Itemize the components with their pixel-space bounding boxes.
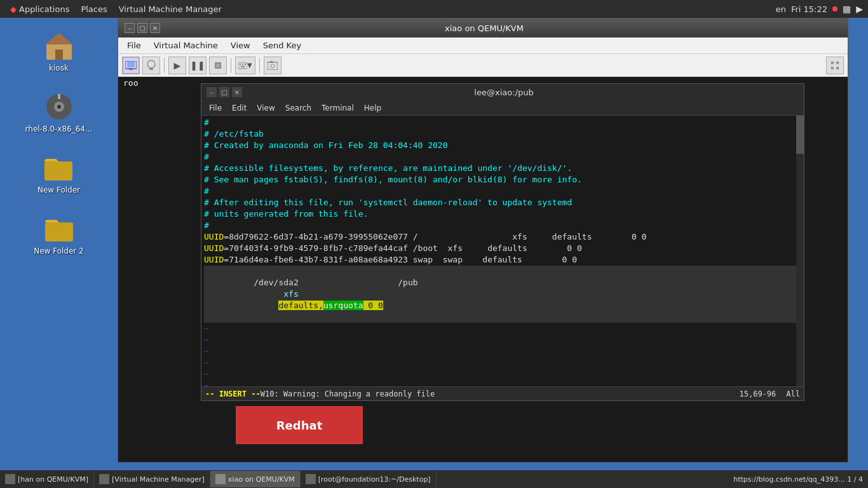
qemu-menu-view[interactable]: View — [224, 39, 257, 51]
toolbar-monitor-btn[interactable] — [122, 57, 140, 74]
home-icon — [44, 30, 74, 61]
svg-rect-8 — [45, 222, 73, 241]
inner-menu-file[interactable]: File — [204, 102, 227, 114]
applications-label: Applications — [19, 4, 69, 14]
toolbar-sendkey-dropdown[interactable]: ▼ — [235, 57, 255, 74]
svg-point-12 — [147, 60, 155, 68]
qemu-content[interactable]: roo – □ ✕ lee@xiao:/pub File Edit View S… — [118, 77, 848, 462]
taskbar-item-virt-manager[interactable]: [Virtual Machine Manager] — [94, 471, 210, 487]
qemu-close-btn[interactable]: ✕ — [150, 23, 160, 33]
vim-scrollbar[interactable] — [796, 116, 804, 386]
vim-line-12: UUID=70f403f4-9fb9-4579-8fb7-c789efa44ca… — [204, 243, 801, 254]
toolbar-bulb-btn[interactable] — [142, 57, 160, 74]
places-menu[interactable]: Places — [76, 3, 112, 15]
vim-tilde-2: ~ — [204, 334, 801, 346]
svg-rect-17 — [240, 64, 241, 65]
vim-tilde-6: ~ — [204, 380, 801, 386]
inner-menu-view[interactable]: View — [252, 102, 280, 114]
vim-statusbar: -- INSERT -- W10: Warning: Changing a re… — [201, 386, 804, 400]
toolbar-scale-btn[interactable] — [826, 57, 844, 74]
svg-rect-15 — [216, 64, 220, 67]
toolbar-screenshot-btn[interactable] — [264, 57, 281, 74]
toolbar-sep-2 — [231, 58, 231, 73]
rhel-label: rhel-8.0-x86_64... — [25, 125, 93, 133]
qemu-menu-file[interactable]: File — [121, 39, 147, 51]
pause-icon: ❚❚ — [190, 60, 205, 71]
qemu-win-controls: – □ ✕ — [123, 23, 160, 33]
svg-rect-10 — [129, 69, 133, 70]
inner-menu-help[interactable]: Help — [359, 102, 386, 114]
taskbar-han-label: [han on QEMU/KVM] — [18, 475, 88, 484]
taskbar-item-root[interactable]: [root@foundation13:~/Desktop] — [301, 471, 437, 487]
vim-editor[interactable]: # # /etc/fstab # Created by anaconda on … — [201, 116, 804, 386]
svg-marker-28 — [831, 62, 834, 65]
desktop-icon-kiosk[interactable]: kiosk — [44, 30, 74, 72]
taskbar-item-xiao[interactable]: xiao on QEMU/KVM — [210, 471, 301, 487]
roo-text: roo — [123, 78, 138, 88]
applications-menu[interactable]: ◆ Applications — [5, 3, 74, 15]
bottom-partial: Redhat — [236, 406, 363, 444]
inner-menubar: File Edit View Search Terminal Help — [201, 100, 804, 116]
taskbar: [han on QEMU/KVM] [Virtual Machine Manag… — [0, 470, 868, 488]
vim-tilde-5: ~ — [204, 369, 801, 380]
vim-line-8: # After editing this file, run 'systemct… — [204, 197, 801, 208]
inner-terminal-title: lee@xiao:/pub — [242, 88, 766, 97]
vim-tilde-3: ~ — [204, 346, 801, 357]
top-bar-left: ◆ Applications Places Virtual Machine Ma… — [5, 3, 227, 15]
taskbar-virt-label: [Virtual Machine Manager] — [112, 475, 205, 484]
inner-menu-terminal[interactable]: Terminal — [316, 102, 359, 114]
top-bar-right: en Fri 15:22 ▦ ▶ — [776, 4, 863, 14]
taskbar-root-icon — [306, 474, 316, 484]
qemu-menu-send-key[interactable]: Send Key — [257, 39, 308, 51]
svg-marker-31 — [836, 66, 839, 69]
taskbar-right-label: https://blog.csdn.net/qq_4393... 1 / 4 — [733, 475, 863, 484]
vim-line-10: # — [204, 220, 801, 231]
qemu-minimize-btn[interactable]: – — [125, 23, 135, 33]
disk-icon — [44, 92, 74, 122]
vim-position: 15,69-96 — [740, 390, 776, 398]
vm-manager-menu[interactable]: Virtual Machine Manager — [114, 3, 227, 15]
svg-rect-11 — [127, 62, 135, 67]
vim-line-7: # — [204, 186, 801, 197]
toolbar-pause-btn[interactable]: ❚❚ — [189, 57, 207, 74]
vim-scroll: All — [786, 390, 800, 398]
taskbar-xiao-label: xiao on QEMU/KVM — [228, 475, 295, 484]
vim-line-6: # See man pages fstab(5), findfs(8), mou… — [204, 174, 801, 186]
inner-maximize-btn[interactable]: □ — [219, 87, 229, 97]
vim-tilde-1: ~ — [204, 323, 801, 334]
taskbar-item-han[interactable]: [han on QEMU/KVM] — [0, 471, 94, 487]
toolbar-sep-1 — [164, 58, 165, 73]
vm-manager-label: Virtual Machine Manager — [119, 4, 222, 14]
svg-rect-20 — [241, 66, 245, 67]
inner-menu-search[interactable]: Search — [280, 102, 316, 114]
desktop-icon-rhel[interactable]: rhel-8.0-x86_64... — [25, 92, 93, 133]
svg-rect-7 — [44, 161, 72, 180]
status-indicator — [832, 6, 837, 11]
taskbar-root-label: [root@foundation13:~/Desktop] — [318, 475, 431, 484]
vim-line-9: # units generated from this file. — [204, 208, 801, 220]
qemu-maximize-btn[interactable]: □ — [137, 23, 147, 33]
top-bar: ◆ Applications Places Virtual Machine Ma… — [0, 0, 868, 18]
taskbar-xiao-icon — [215, 474, 226, 484]
svg-rect-2 — [55, 50, 63, 60]
svg-rect-16 — [238, 63, 247, 69]
inner-minimize-btn[interactable]: – — [207, 87, 217, 97]
desktop: kiosk rhel-8.0-x86_64... New Folder New … — [0, 18, 118, 488]
inner-close-btn[interactable]: ✕ — [232, 87, 242, 97]
vim-line-5: # Accessible filesystems, by reference, … — [204, 163, 801, 174]
toolbar-stop-btn[interactable] — [209, 57, 227, 74]
taskbar-han-icon — [5, 474, 15, 484]
vim-tilde-4: ~ — [204, 357, 801, 369]
clock: Fri 15:22 — [791, 4, 827, 14]
svg-rect-21 — [268, 62, 278, 70]
svg-rect-6 — [58, 94, 60, 99]
qemu-window-title: xiao on QEMU/KVM — [160, 24, 808, 33]
desktop-icon-new-folder[interactable]: New Folder — [37, 152, 80, 194]
desktop-icon-new-folder-2[interactable]: New Folder 2 — [34, 214, 84, 255]
inner-menu-edit[interactable]: Edit — [227, 102, 252, 114]
stop-icon — [214, 61, 222, 70]
places-label: Places — [81, 4, 107, 14]
vim-line-13: UUID=71a6d4ea-fbe6-43b7-831f-a08ae68a492… — [204, 254, 801, 266]
qemu-menu-virtual-machine[interactable]: Virtual Machine — [147, 39, 224, 51]
toolbar-play-btn[interactable]: ▶ — [168, 57, 186, 74]
